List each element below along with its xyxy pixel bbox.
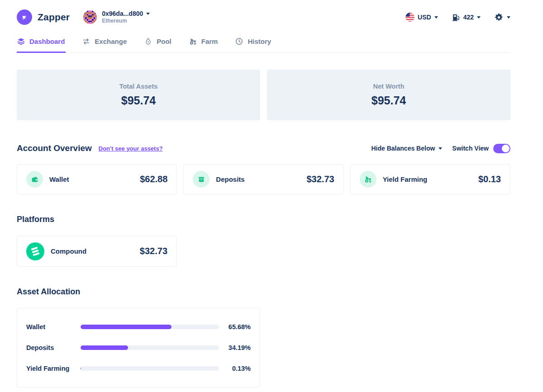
alloc-row-wallet: Wallet 65.68% (26, 323, 251, 331)
chevron-down-icon (477, 16, 481, 19)
gas-price-value: 422 (463, 14, 474, 21)
tab-farm[interactable]: Farm (189, 33, 219, 53)
hide-balances-dropdown[interactable]: Hide Balances Below (372, 145, 443, 152)
asset-allocation-card: Wallet 65.68% Deposits 34.19% Yield Farm… (17, 308, 260, 387)
total-assets-value: $95.74 (121, 94, 156, 107)
tractor-icon (364, 175, 372, 184)
platform-label: Compound (51, 247, 86, 255)
zapper-logo-icon (17, 9, 32, 25)
tab-exchange[interactable]: Exchange (82, 33, 128, 53)
wallet-progress-bar (81, 325, 219, 329)
asset-allocation-title: Asset Allocation (17, 287, 510, 297)
wallet-avatar (83, 10, 97, 24)
chevron-down-icon (507, 16, 510, 19)
chevron-down-icon (434, 16, 438, 19)
brand-name: Zapper (38, 12, 70, 23)
yield-farming-card-value: $0.13 (478, 174, 501, 184)
clock-icon (235, 37, 243, 46)
layers-icon (17, 37, 25, 46)
droplet-icon (144, 37, 152, 46)
chevron-down-icon (146, 13, 150, 15)
network-label: Ethereum (102, 18, 150, 24)
wallet-card[interactable]: Wallet $62.88 (17, 164, 177, 194)
top-header: Zapper (17, 0, 510, 33)
currency-selector[interactable]: USD (405, 13, 438, 22)
platform-row-compound[interactable]: Compound $32.73 (17, 236, 177, 267)
deposits-card-value: $32.73 (306, 174, 334, 184)
deposits-progress-bar (81, 345, 219, 350)
platform-value: $32.73 (140, 246, 167, 256)
dashboard-page: Zapper (17, 0, 510, 387)
compound-icon (26, 242, 44, 260)
yield-farming-card[interactable]: Yield Farming $0.13 (350, 164, 510, 194)
gas-pump-icon (452, 13, 460, 22)
account-overview-title: Account Overview (17, 143, 92, 153)
wallet-account-selector[interactable]: 0x96da...d800 Ethereum (83, 10, 150, 24)
brand[interactable]: Zapper (17, 9, 70, 25)
gas-price-selector[interactable]: 422 (452, 13, 481, 22)
settings-menu[interactable] (494, 13, 510, 22)
platforms-title: Platforms (17, 215, 510, 224)
switch-view-toggle[interactable] (493, 144, 510, 153)
wallet-card-label: Wallet (49, 175, 69, 183)
deposits-icon (197, 175, 205, 184)
chevron-down-icon (438, 147, 442, 150)
tractor-icon (189, 37, 197, 46)
wallet-card-value: $62.88 (140, 174, 167, 184)
alloc-row-deposits: Deposits 34.19% (26, 344, 251, 351)
usa-flag-icon (405, 13, 414, 22)
deposits-card[interactable]: Deposits $32.73 (183, 164, 343, 194)
tab-dashboard[interactable]: Dashboard (17, 33, 66, 53)
total-assets-label: Total Assets (119, 83, 158, 90)
currency-label: USD (418, 14, 431, 21)
switch-view-label: Switch View (452, 145, 489, 152)
main-nav: Dashboard Exchange Pool (17, 33, 510, 53)
yield-farming-card-label: Yield Farming (383, 175, 428, 183)
gear-icon (494, 13, 504, 22)
deposits-card-label: Deposits (216, 175, 244, 183)
alloc-row-yield-farming: Yield Farming 0.13% (26, 365, 251, 372)
net-worth-label: Net Worth (373, 83, 404, 90)
total-assets-card: Total Assets $95.74 (17, 70, 260, 120)
tab-history[interactable]: History (235, 33, 272, 53)
net-worth-card: Net Worth $95.74 (267, 70, 510, 120)
wallet-icon (31, 175, 39, 184)
wallet-address: 0x96da...d800 (102, 10, 150, 17)
tab-pool[interactable]: Pool (144, 33, 172, 53)
yield-farming-progress-bar (81, 366, 219, 371)
net-worth-value: $95.74 (372, 94, 406, 107)
dont-see-assets-link[interactable]: Don't see your assets? (99, 145, 163, 152)
swap-arrows-icon (82, 37, 90, 46)
